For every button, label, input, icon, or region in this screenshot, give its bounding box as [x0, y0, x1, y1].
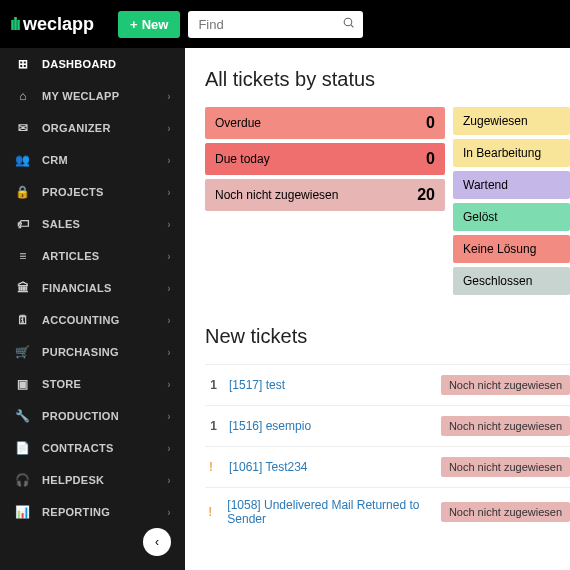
chevron-right-icon: › [167, 443, 171, 454]
status-row[interactable]: In Bearbeitung [453, 139, 570, 167]
sidebar-item-purchasing[interactable]: 🛒PURCHASING› [0, 336, 185, 368]
status-row[interactable]: Noch nicht zugewiesen20 [205, 179, 445, 211]
sidebar-item-label: ORGANIZER [42, 122, 111, 134]
ticket-link[interactable]: [1516] esempio [229, 419, 311, 433]
sidebar-icon: ✉ [14, 121, 32, 135]
sidebar-item-production[interactable]: 🔧PRODUCTION› [0, 400, 185, 432]
status-row[interactable]: Keine Lösung [453, 235, 570, 263]
status-row[interactable]: Wartend [453, 171, 570, 199]
sidebar-item-label: DASHBOARD [42, 58, 116, 70]
sidebar-item-articles[interactable]: ≡ARTICLES› [0, 240, 185, 272]
sidebar-icon: 🛒 [14, 345, 32, 359]
ticket-status-badge: Noch nicht zugewiesen [441, 416, 570, 436]
ticket-link[interactable]: [1061] Test234 [229, 460, 308, 474]
sidebar-icon: ≡ [14, 249, 32, 263]
sidebar-item-label: PRODUCTION [42, 410, 119, 422]
new-button-label: New [142, 17, 169, 32]
sidebar-item-label: CONTRACTS [42, 442, 114, 454]
search-icon[interactable] [342, 16, 355, 32]
status-right-column: ZugewiesenIn BearbeitungWartendGelöstKei… [453, 107, 570, 295]
sidebar-item-label: STORE [42, 378, 81, 390]
chevron-right-icon: › [167, 187, 171, 198]
status-row[interactable]: Geschlossen [453, 267, 570, 295]
svg-point-0 [345, 18, 353, 26]
sidebar-icon: ⊞ [14, 57, 32, 71]
logo-text: weclapp [23, 14, 94, 35]
status-label: Keine Lösung [463, 242, 536, 256]
sidebar-item-projects[interactable]: 🔒PROJECTS› [0, 176, 185, 208]
sidebar-item-accounting[interactable]: 🗓ACCOUNTING› [0, 304, 185, 336]
collapse-sidebar-button[interactable]: ‹ [143, 528, 171, 556]
status-label: Zugewiesen [463, 114, 528, 128]
sidebar-icon: ▣ [14, 377, 32, 391]
sidebar-item-dashboard[interactable]: ⊞DASHBOARD [0, 48, 185, 80]
sidebar-item-label: PURCHASING [42, 346, 119, 358]
sidebar: ⊞DASHBOARD⌂MY WECLAPP›✉ORGANIZER›👥CRM›🔒P… [0, 48, 185, 570]
status-label: Overdue [215, 116, 261, 130]
ticket-link[interactable]: [1058] Undelivered Mail Returned to Send… [227, 498, 429, 526]
sidebar-item-store[interactable]: ▣STORE› [0, 368, 185, 400]
status-row[interactable]: Zugewiesen [453, 107, 570, 135]
sidebar-item-label: CRM [42, 154, 68, 166]
ticket-row: 1[1517] testNoch nicht zugewiesen [205, 364, 570, 405]
status-count: 0 [426, 114, 435, 132]
main-content: All tickets by status Overdue0Due today0… [185, 48, 570, 570]
sidebar-item-label: ACCOUNTING [42, 314, 120, 326]
logo-icon: ıIı [10, 14, 19, 35]
status-row[interactable]: Due today0 [205, 143, 445, 175]
sidebar-item-label: PROJECTS [42, 186, 104, 198]
sidebar-item-sales[interactable]: 🏷SALES› [0, 208, 185, 240]
alert-icon: ! [205, 505, 215, 519]
sidebar-item-organizer[interactable]: ✉ORGANIZER› [0, 112, 185, 144]
chevron-right-icon: › [167, 91, 171, 102]
ticket-link[interactable]: [1517] test [229, 378, 285, 392]
sidebar-icon: 📊 [14, 505, 32, 519]
sidebar-item-label: HELPDESK [42, 474, 104, 486]
sidebar-icon: 🔒 [14, 185, 32, 199]
section-title-status: All tickets by status [205, 68, 570, 91]
chevron-right-icon: › [167, 155, 171, 166]
status-left-column: Overdue0Due today0Noch nicht zugewiesen2… [205, 107, 445, 295]
topbar: ıIı weclapp + New [0, 0, 570, 48]
new-button[interactable]: + New [118, 11, 180, 38]
svg-line-1 [351, 25, 353, 27]
chevron-right-icon: › [167, 315, 171, 326]
chevron-right-icon: › [167, 475, 171, 486]
status-count: 20 [417, 186, 435, 204]
section-title-tickets: New tickets [205, 325, 570, 348]
sidebar-item-crm[interactable]: 👥CRM› [0, 144, 185, 176]
search-input[interactable] [188, 11, 363, 38]
sidebar-icon: 👥 [14, 153, 32, 167]
status-count: 0 [426, 150, 435, 168]
chevron-right-icon: › [167, 379, 171, 390]
chevron-right-icon: › [167, 123, 171, 134]
sidebar-item-helpdesk[interactable]: 🎧HELPDESK› [0, 464, 185, 496]
sidebar-icon: 🏛 [14, 281, 32, 295]
ticket-status-badge: Noch nicht zugewiesen [441, 375, 570, 395]
ticket-row: ![1061] Test234Noch nicht zugewiesen [205, 446, 570, 487]
sidebar-item-contracts[interactable]: 📄CONTRACTS› [0, 432, 185, 464]
status-row[interactable]: Gelöst [453, 203, 570, 231]
status-row[interactable]: Overdue0 [205, 107, 445, 139]
sidebar-item-reporting[interactable]: 📊REPORTING› [0, 496, 185, 528]
sidebar-icon: 🎧 [14, 473, 32, 487]
sidebar-icon: 🏷 [14, 217, 32, 231]
sidebar-item-label: FINANCIALS [42, 282, 112, 294]
ticket-row: 1[1516] esempioNoch nicht zugewiesen [205, 405, 570, 446]
sidebar-icon: 🔧 [14, 409, 32, 423]
sidebar-item-label: REPORTING [42, 506, 110, 518]
ticket-row: ![1058] Undelivered Mail Returned to Sen… [205, 487, 570, 536]
sidebar-icon: 🗓 [14, 313, 32, 327]
sidebar-item-my-weclapp[interactable]: ⌂MY WECLAPP› [0, 80, 185, 112]
sidebar-item-label: MY WECLAPP [42, 90, 119, 102]
plus-icon: + [130, 17, 138, 32]
search-container [188, 11, 363, 38]
sidebar-item-financials[interactable]: 🏛FINANCIALS› [0, 272, 185, 304]
ticket-status-badge: Noch nicht zugewiesen [441, 502, 570, 522]
ticket-status-badge: Noch nicht zugewiesen [441, 457, 570, 477]
status-label: Geschlossen [463, 274, 532, 288]
sidebar-icon: ⌂ [14, 89, 32, 103]
tickets-list: 1[1517] testNoch nicht zugewiesen1[1516]… [205, 364, 570, 536]
chevron-right-icon: › [167, 411, 171, 422]
ticket-count: 1 [205, 378, 217, 392]
